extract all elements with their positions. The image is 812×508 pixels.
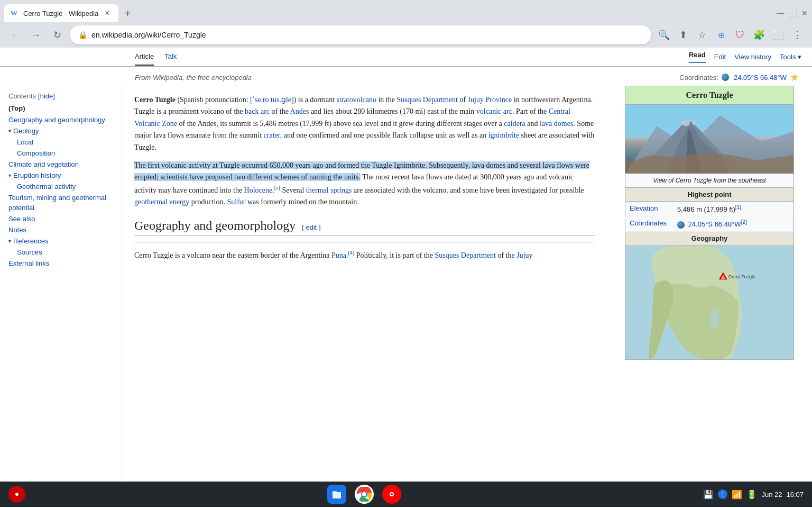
share-icon[interactable]: ⬆ — [675, 26, 691, 43]
toc-link-sources[interactable]: Sources — [17, 248, 113, 257]
chrome-icon[interactable]: ⊕ — [713, 26, 730, 43]
toc-hide-button[interactable]: [hide] — [38, 92, 55, 100]
ytmusic-svg — [386, 488, 398, 500]
toc-link-external-links[interactable]: External links — [8, 259, 113, 268]
caldera-link[interactable]: caldera — [504, 120, 525, 128]
infobox-title: Cerro Tuzgle — [625, 86, 793, 105]
tab-edit[interactable]: Edit — [714, 53, 726, 61]
toc-item-eruption: ▾ Eruption history Geothermal activity — [8, 171, 113, 192]
notification-badge[interactable]: 1 — [718, 489, 727, 499]
youtube-music-icon[interactable] — [382, 485, 401, 504]
coordinates-header: Coordinates: 24.05°S 66.48°W ★ — [679, 71, 799, 84]
profile-icon[interactable]: ⬜ — [770, 26, 787, 43]
coordinates-link[interactable]: 24.05°S 66.48°W — [734, 74, 787, 81]
toc-link-geology[interactable]: ▾ Geology — [8, 126, 113, 136]
toc-label-references: References — [13, 237, 48, 246]
tab-read[interactable]: Read — [689, 51, 706, 63]
volcanic-arc-link[interactable]: volcanic arc — [476, 107, 512, 115]
bookmark-icon[interactable]: ☆ — [694, 26, 710, 43]
susques2-link[interactable]: Susques Department — [435, 251, 495, 259]
star-bookmark-icon[interactable]: ★ — [790, 71, 799, 84]
taskbar-center — [34, 485, 695, 504]
ignimbrite-link[interactable]: ignimbrite — [488, 131, 519, 139]
tab-view-history[interactable]: View history — [734, 53, 771, 61]
lava-domes-link[interactable]: lava domes — [540, 120, 573, 128]
extension-icon[interactable]: 🧩 — [751, 26, 768, 43]
url-bar[interactable]: 🔒 en.wikipedia.org/wiki/Cerro_Tuzgle — [70, 25, 651, 44]
forward-button[interactable]: → — [27, 26, 44, 43]
toc-link-composition[interactable]: Composition — [17, 149, 113, 158]
toc-link-climate[interactable]: Climate and vegetation — [8, 160, 113, 169]
infobox-coordinates-label[interactable]: Coordinates — [630, 219, 677, 229]
puna-link[interactable]: Puna — [331, 251, 346, 259]
infobox-caption: View of Cerro Tuzgle from the southeast — [625, 174, 793, 188]
footnote-4[interactable]: [4] — [348, 250, 354, 256]
susques-link[interactable]: Susques Department — [396, 96, 457, 104]
toc-item-sources: Sources — [17, 248, 113, 257]
holocene-link[interactable]: Holocene — [244, 186, 273, 194]
record-button[interactable]: ● — [8, 486, 25, 503]
close-icon[interactable]: ✕ — [801, 9, 808, 18]
infobox-elevation-label[interactable]: Elevation — [630, 204, 677, 213]
thermal-springs-link[interactable]: thermal springs — [306, 186, 352, 194]
jujuy-link[interactable]: Jujuy Province — [468, 96, 512, 104]
more-icon[interactable]: ⋮ — [789, 26, 806, 43]
maximize-icon[interactable]: ⬜ — [788, 9, 797, 18]
toc-link-references[interactable]: ▾ References — [8, 237, 113, 246]
wifi-icon[interactable]: 📶 — [732, 489, 742, 500]
coordinates-label: Coordinates: — [679, 74, 718, 81]
svg-point-20 — [391, 493, 393, 495]
toc-top-link[interactable]: (Top) — [8, 104, 113, 112]
article-content: Cerro Tuzgle (Spanish pronunciation: [ˈs… — [122, 86, 608, 482]
pronunciation-link[interactable]: [ˈse.ro tus.ɡle] — [250, 96, 294, 104]
toc-item-tourism: Tourism, mining and geothermal potential — [8, 193, 113, 212]
tab-close-button[interactable]: × — [103, 8, 112, 19]
footnote-a[interactable]: [a] — [274, 185, 280, 190]
toolbar-icons: 🔍 ⬆ ☆ ⊕ 🛡 🧩 ⬜ ⋮ — [656, 26, 806, 43]
toc-label-notes: Notes — [8, 225, 26, 235]
active-tab[interactable]: W Cerro Tuzgle - Wikipedia × — [4, 4, 118, 22]
backarc-link[interactable]: back arc — [245, 107, 270, 115]
section-heading-geography: Geography and geomorphology [ edit ] — [134, 219, 595, 235]
reload-button[interactable]: ↻ — [49, 26, 66, 43]
new-tab-button[interactable]: + — [121, 5, 135, 22]
toc-link-see-also[interactable]: See also — [8, 214, 113, 224]
tab-talk[interactable]: Talk — [164, 48, 177, 66]
chrome-app-icon[interactable] — [355, 485, 374, 504]
back-button[interactable]: ← — [6, 26, 23, 43]
infobox-elevation-row: Elevation 5,486 m (17,999 ft)[1] — [625, 202, 793, 216]
toc-label-see-also: See also — [8, 214, 35, 224]
shield-icon[interactable]: 🛡 — [732, 26, 749, 43]
infobox-globe-icon — [677, 221, 685, 229]
andes-link[interactable]: Andes — [290, 107, 309, 115]
tray-icon-storage[interactable]: 💾 — [703, 489, 714, 500]
toc-link-geography[interactable]: Geography and geomorphology — [8, 115, 113, 125]
toc-link-local[interactable]: Local — [17, 138, 113, 147]
infobox-coordinates-value: 24.05°S 66.48°W[2] — [677, 219, 789, 229]
toc-item-climate: Climate and vegetation — [8, 160, 113, 169]
toc-item-external-links: External links — [8, 259, 113, 268]
elevation-ref[interactable]: [1] — [735, 204, 741, 210]
search-icon[interactable]: 🔍 — [656, 26, 672, 43]
stratovolcano-link[interactable]: stratovolcano — [337, 96, 376, 104]
toc-sub-references: Sources — [17, 248, 113, 257]
svg-point-17 — [362, 492, 366, 496]
geothermal-energy-link[interactable]: geothermal energy — [134, 198, 189, 206]
toc-link-notes[interactable]: Notes — [8, 225, 113, 235]
toc-item-geology: ▾ Geology Local Composition — [8, 126, 113, 158]
toc-link-tourism[interactable]: Tourism, mining and geothermal potential — [8, 193, 113, 212]
files-app-icon[interactable] — [327, 485, 346, 504]
sulfur-link[interactable]: Sulfur — [227, 198, 245, 206]
minimize-icon[interactable]: — — [777, 9, 784, 18]
crater-link[interactable]: crater — [264, 131, 280, 139]
infobox-coordinates-link[interactable]: 24.05°S 66.48°W — [688, 221, 741, 229]
tab-tools[interactable]: Tools ▾ — [780, 53, 801, 61]
coordinates-ref[interactable]: [2] — [741, 219, 747, 225]
toc-item-references: ▾ References Sources — [8, 237, 113, 257]
edit-geography-link[interactable]: [ edit ] — [302, 223, 320, 231]
toc-link-geothermal[interactable]: Geothermal activity — [17, 182, 113, 192]
battery-icon[interactable]: 🔋 — [746, 489, 757, 500]
jujuy2-link[interactable]: Jujuy — [516, 251, 532, 259]
tab-article[interactable]: Article — [135, 48, 154, 66]
toc-link-eruption[interactable]: ▾ Eruption history — [8, 171, 113, 180]
